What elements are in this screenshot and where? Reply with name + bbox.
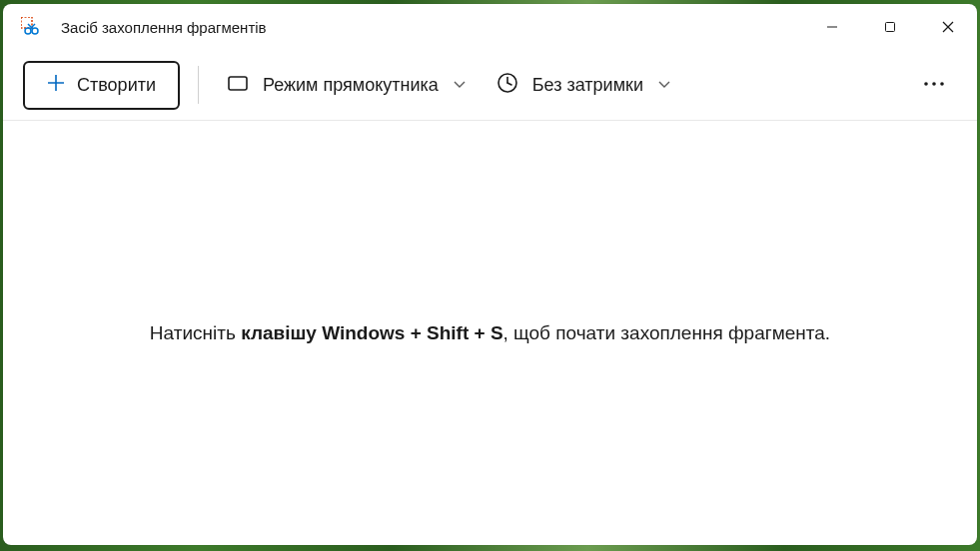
delay-dropdown[interactable]: Без затримки <box>487 62 681 109</box>
more-horizontal-icon <box>923 83 945 98</box>
svg-point-17 <box>940 82 944 86</box>
rectangle-mode-icon <box>227 72 249 99</box>
window-controls <box>803 4 977 50</box>
delay-label: Без затримки <box>532 75 643 96</box>
more-options-button[interactable] <box>911 63 957 108</box>
hint-suffix: , щоб почати захоплення фрагмента. <box>503 322 831 343</box>
maximize-button[interactable] <box>861 4 919 50</box>
svg-line-14 <box>507 83 511 85</box>
minimize-button[interactable] <box>803 4 861 50</box>
plus-icon <box>47 74 65 97</box>
titlebar: Засіб захоплення фрагментів <box>3 4 977 50</box>
new-snip-button[interactable]: Створити <box>23 61 180 110</box>
content-area: Натисніть клавішу Windows + Shift + S, щ… <box>3 120 977 545</box>
shortcut-hint: Натисніть клавішу Windows + Shift + S, щ… <box>150 322 830 344</box>
toolbar: Створити Режим прямокутника Без затримки <box>3 50 977 120</box>
clock-icon <box>496 72 518 99</box>
svg-point-16 <box>932 82 936 86</box>
chevron-down-icon <box>657 75 671 96</box>
snipping-tool-icon <box>21 17 41 37</box>
hint-shortcut: клавішу Windows + Shift + S <box>241 322 502 343</box>
new-snip-label: Створити <box>77 75 156 96</box>
hint-prefix: Натисніть <box>150 322 241 343</box>
svg-point-15 <box>924 82 928 86</box>
chevron-down-icon <box>453 75 467 96</box>
app-title: Засіб захоплення фрагментів <box>61 19 803 36</box>
svg-rect-11 <box>229 77 247 90</box>
close-button[interactable] <box>919 4 977 50</box>
toolbar-divider <box>198 66 199 104</box>
snip-mode-dropdown[interactable]: Режим прямокутника <box>217 62 477 109</box>
snip-mode-label: Режим прямокутника <box>263 75 439 96</box>
svg-rect-6 <box>886 23 895 32</box>
app-window: Засіб захоплення фрагментів Створити <box>3 4 977 545</box>
